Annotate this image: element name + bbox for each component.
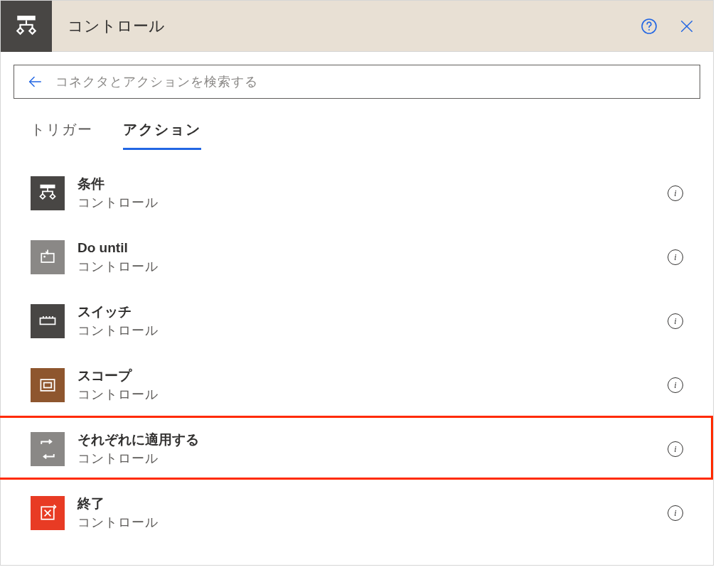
action-item[interactable]: 条件 コントロール i: [14, 161, 700, 225]
search-input[interactable]: [55, 65, 700, 98]
action-item[interactable]: 終了 コントロール i: [14, 481, 700, 545]
svg-rect-0: [17, 16, 36, 20]
info-icon[interactable]: i: [668, 505, 683, 521]
action-item[interactable]: スイッチ コントロール i: [14, 289, 700, 353]
action-text: Do until コントロール: [65, 239, 668, 276]
panel-header: コントロール: [1, 1, 713, 52]
action-item[interactable]: Do until コントロール i: [14, 225, 700, 289]
action-subtitle: コントロール: [77, 258, 668, 276]
info-icon[interactable]: i: [668, 377, 683, 393]
info-icon[interactable]: i: [668, 441, 683, 457]
svg-rect-2: [19, 23, 33, 25]
info-icon[interactable]: i: [668, 313, 683, 329]
panel-title: コントロール: [52, 16, 641, 37]
action-title: 条件: [77, 175, 668, 194]
panel-body: トリガー アクション 条件 コントロール i Do until コントロール i…: [1, 52, 713, 565]
switch-icon: [31, 304, 65, 338]
action-text: それぞれに適用する コントロール: [65, 431, 668, 468]
tab-triggers[interactable]: トリガー: [31, 120, 93, 150]
action-text: スコープ コントロール: [65, 367, 668, 404]
control-panel: コントロール: [0, 0, 714, 566]
action-item[interactable]: それぞれに適用する コントロール i: [14, 417, 700, 481]
condition-icon: [31, 176, 65, 210]
action-text: 条件 コントロール: [65, 175, 668, 212]
action-subtitle: コントロール: [77, 194, 668, 212]
back-arrow-icon[interactable]: [14, 74, 55, 90]
info-icon[interactable]: i: [668, 249, 683, 265]
close-icon[interactable]: [679, 18, 695, 34]
do-until-icon: [31, 240, 65, 274]
action-subtitle: コントロール: [77, 322, 668, 340]
action-title: スイッチ: [77, 303, 668, 322]
action-title: Do until: [77, 239, 668, 258]
terminate-icon: [31, 496, 65, 530]
action-text: スイッチ コントロール: [65, 303, 668, 340]
action-title: スコープ: [77, 367, 668, 386]
svg-point-6: [648, 29, 650, 31]
apply-each-icon: [31, 432, 65, 466]
tab-bar: トリガー アクション: [14, 99, 700, 150]
action-text: 終了 コントロール: [65, 495, 668, 532]
control-connector-icon: [1, 1, 52, 52]
tab-actions[interactable]: アクション: [123, 120, 201, 150]
action-subtitle: コントロール: [77, 450, 668, 468]
info-icon[interactable]: i: [668, 185, 683, 201]
action-subtitle: コントロール: [77, 386, 668, 404]
action-item[interactable]: スコープ コントロール i: [14, 353, 700, 417]
action-title: 終了: [77, 495, 668, 514]
scope-icon: [31, 368, 65, 402]
header-actions: [641, 18, 713, 35]
help-icon[interactable]: [641, 18, 658, 35]
search-box: [14, 65, 700, 99]
action-subtitle: コントロール: [77, 514, 668, 532]
action-title: それぞれに適用する: [77, 431, 668, 450]
action-list: 条件 コントロール i Do until コントロール i スイッチ コントロー…: [14, 150, 700, 552]
